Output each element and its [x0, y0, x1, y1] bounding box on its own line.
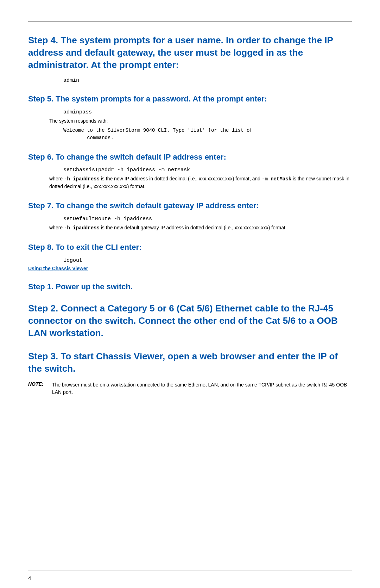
step5-heading: Step 5. The system prompts for a passwor…	[28, 94, 352, 104]
step6-section: Step 6. To change the switch default IP …	[28, 152, 352, 191]
page: Step 4. The system prompts for a user na…	[0, 0, 380, 588]
step5-intro: The system responds with:	[49, 117, 352, 125]
step3b-section: Step 3. To start Chassis Viewer, open a …	[28, 350, 352, 396]
top-divider	[28, 21, 352, 21]
step1b-heading: Step 1. Power up the switch.	[28, 282, 352, 292]
step7-section: Step 7. To change the switch default gat…	[28, 201, 352, 232]
step6-heading: Step 6. To change the switch default IP …	[28, 152, 352, 162]
step6-description: where -h ipaddress is the new IP address…	[49, 175, 352, 190]
step8-code: logout	[63, 258, 352, 264]
step8-heading: Step 8. To to exit the CLI enter:	[28, 242, 352, 253]
step5-code: adminpass	[63, 109, 352, 115]
step2b-heading: Step 2. Connect a Category 5 or 6 (Cat 5…	[28, 302, 352, 339]
step7-description: where -h ipaddress is the new default ga…	[49, 224, 352, 232]
step1b-section: Step 1. Power up the switch.	[28, 282, 352, 292]
step7-code: setDefaultRoute -h ipaddress	[63, 216, 352, 222]
step3b-heading: Step 3. To start Chassis Viewer, open a …	[28, 350, 352, 375]
step5-section: Step 5. The system prompts for a passwor…	[28, 94, 352, 142]
step4-heading: Step 4. The system prompts for a user na…	[28, 34, 352, 71]
chassis-viewer-link[interactable]: Using the Chassis Viewer	[28, 266, 352, 271]
note-body: The browser must be on a workstation con…	[52, 381, 352, 396]
page-number: 4	[28, 575, 31, 581]
step4-section: Step 4. The system prompts for a user na…	[28, 34, 352, 83]
step4-code: admin	[63, 78, 352, 83]
note-label: NOTE:	[28, 381, 49, 387]
step2b-section: Step 2. Connect a Category 5 or 6 (Cat 5…	[28, 302, 352, 339]
note-section: NOTE: The browser must be on a workstati…	[28, 381, 352, 396]
step7-heading: Step 7. To change the switch default gat…	[28, 201, 352, 211]
bottom-divider	[28, 570, 352, 570]
step5-response: Welcome to the SilverStorm 9040 CLI. Typ…	[63, 127, 352, 142]
step6-code: setChassisIpAddr -h ipaddress -m netMask	[63, 167, 352, 173]
step8-section: Step 8. To to exit the CLI enter: logout…	[28, 242, 352, 271]
